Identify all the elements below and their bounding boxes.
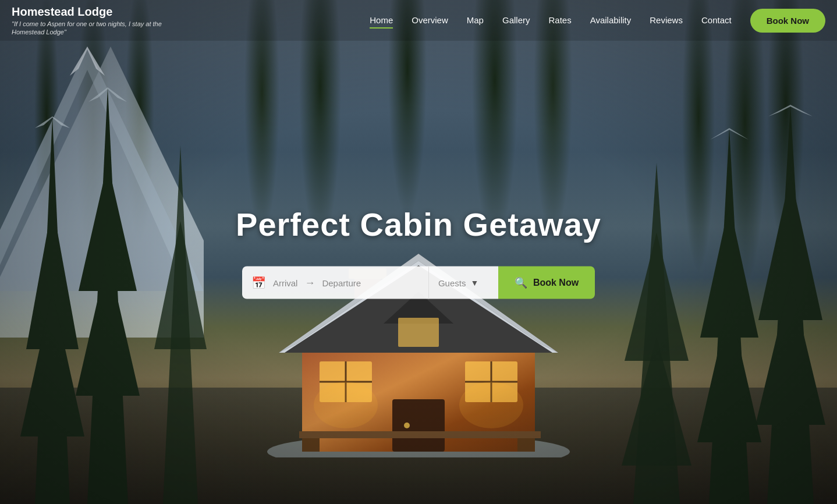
svg-rect-20 (299, 431, 541, 438)
booking-bar-book-now-button[interactable]: 🔍 Book Now (498, 267, 595, 299)
nav-item-gallery[interactable]: Gallery (502, 15, 530, 26)
nav-item-map[interactable]: Map (467, 15, 484, 26)
site-title: Homestead Lodge (12, 5, 186, 19)
header-book-now-button[interactable]: Book Now (750, 9, 825, 33)
dropdown-chevron-icon: ▼ (470, 278, 478, 288)
search-icon: 🔍 (515, 276, 527, 289)
booking-bar: 📅 Arrival → Departure Guests ▼ 🔍 Book No… (0, 267, 837, 299)
nav-link-home[interactable]: Home (370, 15, 393, 29)
logo-area: Homestead Lodge "If I come to Aspen for … (12, 5, 186, 37)
svg-point-17 (404, 423, 410, 428)
svg-marker-25 (20, 291, 84, 436)
nav-item-reviews[interactable]: Reviews (650, 15, 683, 26)
site-tagline: "If I come to Aspen for one or two night… (12, 20, 186, 37)
nav-item-overview[interactable]: Overview (412, 15, 448, 26)
svg-point-21 (314, 382, 378, 428)
nav-links: Home Overview Map Gallery Rates Availabi… (370, 15, 731, 26)
nav-link-map[interactable]: Map (467, 15, 484, 27)
svg-rect-16 (392, 399, 445, 452)
svg-rect-9 (398, 318, 439, 347)
booking-bar-book-now-label: Book Now (533, 278, 579, 288)
nav-link-overview[interactable]: Overview (412, 15, 448, 27)
guests-label: Guests (438, 278, 466, 288)
hero-content: Perfect Cabin Getaway 📅 Arrival → Depart… (0, 205, 837, 299)
nav-item-home[interactable]: Home (370, 15, 393, 26)
nav-link-availability[interactable]: Availability (590, 15, 632, 27)
svg-point-22 (459, 382, 523, 428)
hero-section: Homestead Lodge "If I come to Aspen for … (0, 0, 837, 504)
nav-link-contact[interactable]: Contact (701, 15, 732, 27)
nav-link-reviews[interactable]: Reviews (650, 15, 683, 27)
arrival-placeholder[interactable]: Arrival (273, 278, 298, 288)
hero-title: Perfect Cabin Getaway (0, 205, 837, 243)
nav-link-rates[interactable]: Rates (548, 15, 571, 27)
nav-item-rates[interactable]: Rates (548, 15, 571, 26)
departure-placeholder[interactable]: Departure (322, 278, 361, 288)
date-range-input[interactable]: 📅 Arrival → Departure (242, 267, 428, 299)
calendar-icon: 📅 (251, 276, 266, 290)
nav-item-availability[interactable]: Availability (590, 15, 632, 26)
nav-item-contact[interactable]: Contact (701, 15, 732, 26)
navbar: Homestead Lodge "If I come to Aspen for … (0, 0, 837, 41)
arrow-right-icon: → (304, 276, 315, 289)
nav-link-gallery[interactable]: Gallery (502, 15, 530, 27)
guests-selector[interactable]: Guests ▼ (428, 267, 498, 299)
